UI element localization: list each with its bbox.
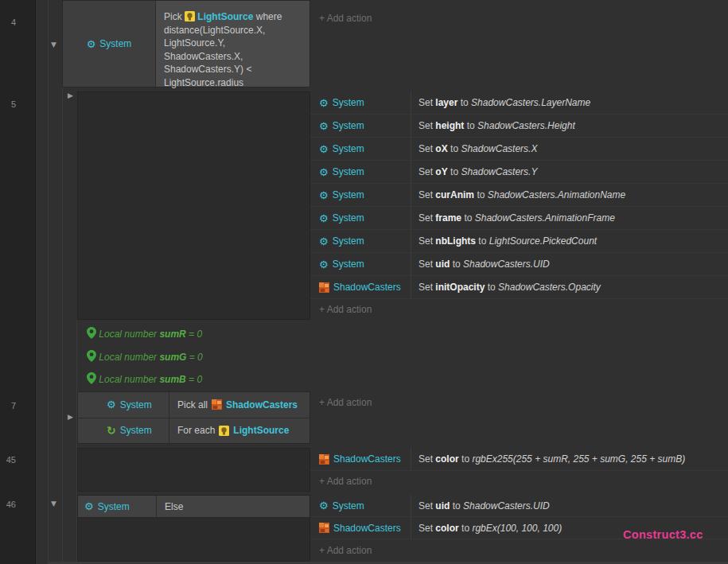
action-object-cell[interactable]: ⚙System — [310, 230, 411, 252]
event-4-condition[interactable]: ⚙ System Pick LightSource where distance… — [62, 0, 310, 88]
condition-object-cell[interactable]: ⚙ System — [63, 1, 156, 87]
expand-arrow-icon[interactable]: ▶ — [68, 413, 73, 421]
condition-row[interactable]: ↻ System For each LightSource — [78, 418, 309, 444]
action-object-label: System — [333, 259, 364, 270]
action-row[interactable]: ⚙System Set oY to ShadowCasters.Y — [310, 161, 728, 184]
event-number: 5 — [0, 99, 16, 110]
local-var-type: Local number — [99, 374, 157, 385]
action-text[interactable]: Set oX to ShadowCasters.X — [411, 143, 537, 154]
action-text[interactable]: Set curAnim to ShadowCasters.AnimationNa… — [411, 189, 625, 200]
shadowcasters-icon — [319, 523, 329, 533]
action-row[interactable]: ShadowCasters Set color to rgbEx255(255 … — [310, 448, 728, 471]
local-variable-row[interactable]: Local number sumR = 0 — [77, 323, 728, 345]
action-verb: Set — [419, 143, 433, 154]
action-row[interactable]: ShadowCasters Set initOpacity to ShadowC… — [310, 276, 728, 299]
action-verb: Set — [419, 523, 433, 534]
action-verb: Set — [419, 166, 433, 177]
lightsource-icon — [185, 11, 195, 21]
action-verb: Set — [419, 235, 433, 247]
condition-verb: Pick all — [177, 399, 208, 410]
action-object-cell[interactable]: ⚙System — [310, 495, 411, 516]
action-param: color — [435, 453, 458, 465]
condition-object-cell[interactable]: ⚙ System — [78, 392, 169, 418]
action-object-cell[interactable]: ⚙System — [310, 115, 411, 137]
action-object-cell[interactable]: ShadowCasters — [310, 517, 411, 539]
condition-row[interactable]: ⚙ System Else — [78, 496, 309, 518]
action-text[interactable]: Set color to rgbEx(100, 100, 100) — [411, 523, 562, 534]
action-verb: Set — [419, 212, 433, 224]
object-ref-lightsource: LightSource — [197, 11, 253, 22]
action-value: ShadowCasters.UID — [463, 500, 550, 511]
condition-object-cell[interactable]: ↻ System — [78, 418, 169, 444]
action-row[interactable]: ⚙System Set curAnim to ShadowCasters.Ani… — [310, 184, 728, 207]
action-value: rgbEx(100, 100, 100) — [472, 523, 562, 534]
action-value: ShadowCasters.AnimationName — [488, 189, 625, 200]
local-variable-row[interactable]: Local number sumG = 0 — [77, 346, 728, 368]
condition-text[interactable]: Pick LightSource where distance(LightSou… — [156, 1, 309, 87]
action-object-cell[interactable]: ⚙System — [310, 253, 411, 275]
action-text[interactable]: Set layer to ShadowCasters.LayerName — [411, 97, 590, 108]
collapse-arrow-icon[interactable]: ▼ — [51, 41, 56, 49]
event-5-condition-area[interactable] — [77, 91, 310, 320]
add-action-link[interactable]: + Add action — [310, 299, 728, 320]
condition-text[interactable]: Pick all ShadowCasters — [169, 392, 309, 418]
action-text[interactable]: Set nbLights to LightSource.PickedCount — [411, 235, 597, 247]
action-text[interactable]: Set uid to ShadowCasters.UID — [411, 259, 550, 270]
expand-arrow-icon[interactable]: ▶ — [68, 91, 73, 99]
action-text[interactable]: Set oY to ShadowCasters.Y — [411, 166, 537, 177]
action-value: ShadowCasters.UID — [463, 259, 550, 270]
local-variable-row[interactable]: Local number sumB = 0 — [77, 368, 728, 391]
action-mid: to — [450, 166, 458, 177]
action-object-cell[interactable]: ⚙System — [310, 161, 411, 183]
action-text[interactable]: Set uid to ShadowCasters.UID — [411, 500, 550, 511]
event-7-conditions[interactable]: ⚙ System Pick all ShadowCasters ↻ System… — [77, 391, 310, 444]
condition-expression: where distance(LightSource.X, LightSourc… — [164, 11, 282, 88]
action-row[interactable]: ⚙System Set frame to ShadowCasters.Anima… — [310, 207, 728, 230]
action-text[interactable]: Set initOpacity to ShadowCasters.Opacity — [411, 282, 601, 293]
collapse-arrow-icon[interactable]: ▼ — [51, 500, 56, 508]
action-object-cell[interactable]: ⚙System — [310, 207, 411, 229]
add-action-link[interactable]: + Add action — [319, 13, 372, 24]
condition-text[interactable]: For each LightSource — [169, 418, 309, 444]
action-object-cell[interactable]: ⚙System — [310, 138, 411, 160]
action-verb: Set — [419, 97, 433, 108]
action-row[interactable]: ⚙System Set uid to ShadowCasters.UID — [310, 253, 728, 276]
event-45-condition-area[interactable] — [77, 448, 310, 492]
action-mid: to — [477, 189, 485, 200]
action-object-label: System — [333, 120, 364, 131]
action-row[interactable]: ⚙System Set oX to ShadowCasters.X — [310, 138, 728, 161]
event-46-condition-block[interactable]: ⚙ System Else — [77, 495, 310, 562]
action-object-cell[interactable]: ⚙System — [310, 184, 411, 206]
action-mid: to — [450, 143, 458, 154]
action-object-label: System — [333, 166, 364, 177]
action-text[interactable]: Set color to rgbEx255(255 + sumR, 255 + … — [411, 453, 685, 465]
action-text[interactable]: Set height to ShadowCasters.Height — [411, 120, 575, 131]
action-object-label: System — [333, 97, 364, 108]
action-row[interactable]: ⚙System Set height to ShadowCasters.Heig… — [310, 115, 728, 138]
add-action-link[interactable]: + Add action — [310, 471, 728, 492]
shadowcasters-icon — [212, 399, 222, 410]
action-row[interactable]: ⚙System Set nbLights to LightSource.Pick… — [310, 230, 728, 253]
event-number: 7 — [0, 400, 16, 411]
action-row[interactable]: ⚙System Set uid to ShadowCasters.UID — [310, 495, 728, 517]
action-mid: to — [453, 500, 461, 511]
add-action-link[interactable]: + Add action — [310, 539, 728, 562]
condition-row[interactable]: ⚙ System Pick all ShadowCasters — [78, 392, 309, 418]
action-value: rgbEx255(255 + sumR, 255 + sumG, 255 + s… — [472, 453, 685, 465]
action-object-cell[interactable]: ShadowCasters — [310, 276, 411, 298]
action-object-cell[interactable]: ShadowCasters — [310, 448, 411, 470]
action-row[interactable]: ⚙System Set layer to ShadowCasters.Layer… — [310, 91, 728, 115]
condition-text[interactable]: Else — [157, 496, 309, 517]
action-value: ShadowCasters.AnimationFrame — [475, 212, 615, 224]
condition-else-label: Else — [165, 501, 183, 512]
local-var-value: = 0 — [189, 352, 203, 363]
indent-guide — [62, 88, 63, 564]
condition-object-label: System — [99, 38, 131, 49]
action-param: oX — [435, 143, 447, 154]
action-param: nbLights — [435, 235, 476, 247]
add-action-link[interactable]: + Add action — [319, 397, 372, 408]
action-object-cell[interactable]: ⚙System — [310, 91, 411, 114]
action-value: ShadowCasters.Height — [477, 120, 575, 131]
action-text[interactable]: Set frame to ShadowCasters.AnimationFram… — [411, 212, 615, 224]
condition-object-cell[interactable]: ⚙ System — [78, 496, 157, 517]
